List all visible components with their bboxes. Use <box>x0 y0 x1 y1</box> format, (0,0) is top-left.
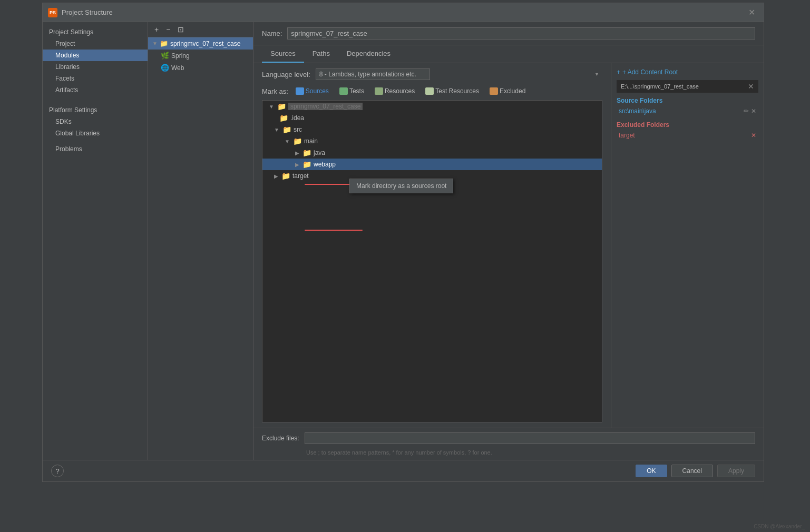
mark-resources-button[interactable]: Resources <box>372 86 418 96</box>
tooltip-sources-root: Mark directory as a sources root <box>349 179 453 193</box>
mark-tests-button[interactable]: Tests <box>336 86 367 96</box>
excluded-folders-title: Excluded Folders <box>617 121 758 129</box>
lang-level-row: Language level: 8 - Lambdas, type annota… <box>262 68 602 80</box>
remove-excluded-folder-icon[interactable]: ✕ <box>751 132 756 139</box>
tests-mark-label: Tests <box>349 87 364 95</box>
sidebar-item-modules[interactable]: Modules <box>43 50 148 61</box>
platform-settings-label: Platform Settings <box>43 104 148 116</box>
web-icon: 🌐 <box>161 64 169 72</box>
resources-mark-label: Resources <box>385 87 415 95</box>
sidebar-item-libraries[interactable]: Libraries <box>43 61 148 73</box>
name-row: Name: <box>253 22 764 45</box>
ok-button[interactable]: OK <box>636 465 667 477</box>
sidebar-item-problems[interactable]: Problems <box>43 143 148 155</box>
spring-icon: 🌿 <box>161 52 169 60</box>
project-settings-label: Project Settings <box>43 26 148 38</box>
webapp-expand-icon: ▶ <box>295 162 299 168</box>
root-expand-icon: ▼ <box>269 104 274 110</box>
expand-arrow-root: ▼ <box>152 41 158 46</box>
tree-main[interactable]: ▼ 📁 main <box>262 135 602 147</box>
add-content-root-button[interactable]: + + Add Content Root <box>617 68 758 76</box>
source-folders-title: Source Folders <box>617 97 758 104</box>
close-button[interactable]: ✕ <box>745 6 758 18</box>
tests-mark-icon <box>339 87 348 95</box>
tree-webapp[interactable]: ▶ 📁 webapp <box>262 159 602 170</box>
sidebar-item-sdks[interactable]: SDKs <box>43 116 148 127</box>
module-folder-icon: 📁 <box>160 40 168 47</box>
lang-level-label: Language level: <box>262 71 310 78</box>
project-structure-dialog: PS Project Structure ✕ Project Settings … <box>42 3 764 482</box>
module-list: + − ⊡ ▼ 📁 springmvc_07_rest_case 🌿 Sprin… <box>148 22 253 460</box>
edit-source-folder-icon[interactable]: ✏ <box>744 107 749 115</box>
module-spring-label: Spring <box>171 52 190 60</box>
excluded-folder-path: target <box>619 132 635 139</box>
file-tree[interactable]: ▼ 📁 springmvc_07_rest_case 📁 .idea <box>262 100 602 422</box>
watermark: CSDN @Alexxander_ <box>754 524 805 529</box>
dialog-title: Project Structure <box>62 8 745 16</box>
help-button[interactable]: ? <box>51 465 64 477</box>
java-expand-icon: ▶ <box>295 150 299 156</box>
excluded-mark-icon <box>490 87 498 95</box>
cancel-button[interactable]: Cancel <box>671 465 713 477</box>
source-folder-item: src\main\java ✏ ✕ <box>617 106 758 116</box>
mark-sources-button[interactable]: Sources <box>292 86 332 96</box>
sidebar-item-facets[interactable]: Facets <box>43 73 148 84</box>
sidebar: Project Settings Project Modules Librari… <box>43 22 148 460</box>
bottom-actions: OK Cancel Apply <box>636 465 755 477</box>
mark-test-resources-button[interactable]: Test Resources <box>422 86 482 96</box>
source-folder-actions: ✏ ✕ <box>744 107 756 115</box>
src-folder-icon: 📁 <box>282 125 291 134</box>
java-tree-label: java <box>314 149 325 156</box>
tab-dependencies[interactable]: Dependencies <box>338 45 399 63</box>
mark-excluded-button[interactable]: Excluded <box>486 86 529 96</box>
name-label: Name: <box>262 29 282 37</box>
sidebar-item-global-libraries[interactable]: Global Libraries <box>43 127 148 139</box>
sidebar-item-artifacts[interactable]: Artifacts <box>43 84 148 96</box>
remove-source-folder-icon[interactable]: ✕ <box>751 107 756 115</box>
module-toolbar: + − ⊡ <box>148 22 253 37</box>
tab-sources[interactable]: Sources <box>262 45 304 63</box>
remove-module-button[interactable]: − <box>164 24 172 35</box>
lang-level-select[interactable]: 8 - Lambdas, type annotations etc. <box>316 68 430 80</box>
main-content: Project Settings Project Modules Librari… <box>43 22 764 460</box>
sources-panel: Language level: 8 - Lambdas, type annota… <box>253 63 611 428</box>
tree-src[interactable]: ▼ 📁 src <box>262 124 602 135</box>
tabs-row: Sources Paths Dependencies <box>253 45 764 63</box>
copy-module-button[interactable]: ⊡ <box>175 24 186 35</box>
test-resources-mark-icon <box>425 87 434 95</box>
target-tree-label: target <box>292 172 309 180</box>
tree-idea[interactable]: 📁 .idea <box>262 112 602 124</box>
lang-level-wrapper: 8 - Lambdas, type annotations etc. <box>316 68 602 80</box>
exclude-files-input[interactable] <box>305 432 755 444</box>
mark-as-label: Mark as: <box>262 87 288 95</box>
webapp-tree-label: webapp <box>314 161 336 168</box>
name-input[interactable] <box>287 27 755 40</box>
resources-mark-icon <box>375 87 383 95</box>
sidebar-item-project[interactable]: Project <box>43 38 148 50</box>
root-folder-icon: 📁 <box>277 102 286 111</box>
title-bar: PS Project Structure ✕ <box>43 3 764 22</box>
tree-java[interactable]: ▶ 📁 java <box>262 147 602 159</box>
src-expand-icon: ▼ <box>274 127 279 133</box>
sources-mark-icon <box>296 87 304 95</box>
bottom-bar: ? OK Cancel Apply <box>43 460 764 481</box>
idea-folder-icon: 📁 <box>279 114 288 122</box>
module-tree-web[interactable]: 🌐 Web <box>148 62 253 74</box>
module-web-label: Web <box>171 64 184 72</box>
app-icon: PS <box>48 8 57 17</box>
exclude-files-label: Exclude files: <box>262 435 299 442</box>
target-folder-icon: 📁 <box>281 172 290 180</box>
add-module-button[interactable]: + <box>152 24 161 35</box>
src-tree-label: src <box>294 126 302 133</box>
java-folder-icon: 📁 <box>302 149 311 157</box>
apply-button[interactable]: Apply <box>717 465 755 477</box>
tab-paths[interactable]: Paths <box>304 45 338 63</box>
module-tree-root[interactable]: ▼ 📁 springmvc_07_rest_case <box>148 37 253 50</box>
source-folder-path: src\main\java <box>619 107 656 115</box>
content-root-close[interactable]: ✕ <box>748 82 754 91</box>
excluded-mark-label: Excluded <box>500 87 525 95</box>
annotation-webapp-underline <box>305 230 363 231</box>
content-root-path: E:\...\springmvc_07_rest_case ✕ <box>617 80 758 93</box>
tree-root[interactable]: ▼ 📁 springmvc_07_rest_case <box>262 101 602 112</box>
module-tree-spring[interactable]: 🌿 Spring <box>148 50 253 62</box>
